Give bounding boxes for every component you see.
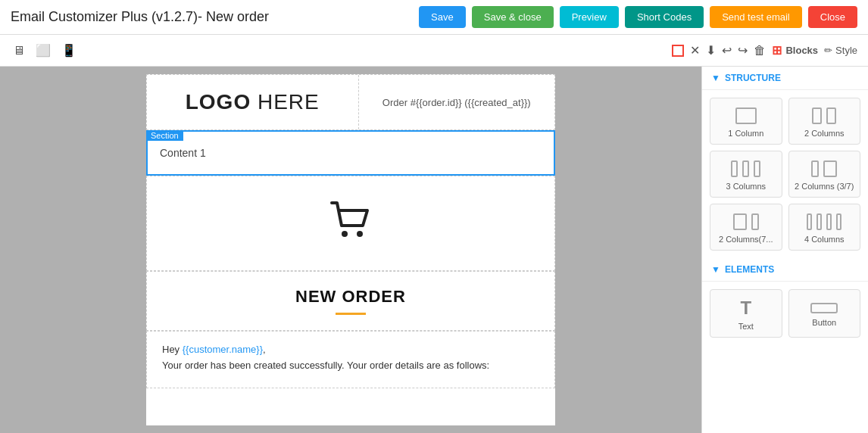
logo-cell[interactable]: LOGO HERE [147,75,359,129]
button-element-label: Button [812,318,836,327]
body-text: Your order has been created successfully… [162,360,539,371]
content-text: Content 1 [160,147,206,159]
save-button[interactable]: Save [419,6,466,28]
toolbar: 🖥 ⬜ 📱 ✕ ⬇ ↩ ↪ 🗑 ⊞ Blocks ✏ Style [0,35,868,67]
button-rect-icon [810,303,838,313]
three-columns-block[interactable]: 3 Columns [710,151,782,198]
blocks-label: Blocks [785,45,818,56]
toolbar-right: ✕ ⬇ ↩ ↪ 🗑 ⊞ Blocks ✏ Style [672,43,857,58]
email-header: LOGO HERE Order #{{order.id}} ({{created… [146,74,555,130]
new-order-underline [336,313,366,315]
svg-point-0 [342,231,348,237]
two-columns-block[interactable]: 2 Columns [788,98,861,145]
structure-section-header[interactable]: ▼ STRUCTURE [702,67,868,90]
two-columns-7-block[interactable]: 2 Columns(7... [710,204,782,251]
order-cell[interactable]: Order #{{order.id}} ({{created_at}}) [359,75,555,129]
email-wrapper: LOGO HERE Order #{{order.id}} ({{created… [146,74,555,425]
structure-label: STRUCTURE [725,73,781,83]
text-element-block[interactable]: T Text [710,289,782,338]
two-columns-37-block[interactable]: 2 Columns (3/7) [788,151,861,198]
short-codes-button[interactable]: Short Codes [625,6,704,28]
email-text-section[interactable]: Hey {{customer.name}}, Your order has be… [146,331,555,388]
two-columns-37-icon [811,160,837,177]
redo-icon[interactable]: ↪ [738,43,748,58]
structure-grid: 1 Column 2 Columns [702,90,868,258]
mobile-icon[interactable]: 📱 [59,41,79,60]
text-element-label: Text [738,322,754,331]
button-element-block[interactable]: Button [788,289,861,338]
cart-icon [328,199,373,248]
new-order-title: NEW ORDER [162,287,539,307]
save-close-button[interactable]: Save & close [472,6,554,28]
canvas[interactable]: LOGO HERE Order #{{order.id}} ({{created… [0,67,701,433]
logo-text: LOGO HERE [186,90,320,114]
section-label[interactable]: Section [146,130,183,141]
three-columns-icon [731,160,760,177]
one-column-icon [735,107,757,124]
two-columns-label: 2 Columns [804,129,845,138]
undo-icon[interactable]: ↩ [722,43,732,58]
one-column-block[interactable]: 1 Column [710,98,782,145]
download-icon[interactable]: ⬇ [706,43,716,58]
four-columns-icon [807,213,841,230]
style-label: Style [835,45,857,56]
hey-text: Hey {{customer.name}}, [162,344,539,355]
main-area: LOGO HERE Order #{{order.id}} ({{created… [0,67,868,433]
two-columns-7-label: 2 Columns(7... [719,235,773,244]
top-bar-actions: Save Save & close Preview Short Codes Se… [419,6,857,28]
elements-label: ELEMENTS [725,264,774,275]
new-order-section[interactable]: NEW ORDER [146,271,555,331]
structure-chevron-icon: ▼ [711,73,720,83]
move-icon[interactable]: ✕ [690,43,700,58]
content-section[interactable]: Content 1 [146,130,555,176]
desktop-icon[interactable]: 🖥 [11,42,27,60]
delete-icon[interactable]: 🗑 [754,44,766,58]
cart-section[interactable] [146,176,555,271]
three-columns-label: 3 Columns [726,182,766,191]
close-button[interactable]: Close [808,6,857,28]
pencil-icon: ✏ [824,45,832,56]
style-tab[interactable]: ✏ Style [824,45,857,56]
blocks-grid-icon: ⊞ [772,43,782,58]
four-columns-label: 4 Columns [804,235,845,244]
svg-point-1 [357,231,363,237]
toolbar-left: 🖥 ⬜ 📱 [11,41,667,60]
top-bar: Email Customizer Plus (v1.2.7)- New orde… [0,0,868,35]
preview-button[interactable]: Preview [560,6,619,28]
blocks-tab[interactable]: ⊞ Blocks [772,43,818,58]
right-panel: ▼ STRUCTURE 1 Column 2 Columns [701,67,868,433]
page-title: Email Customizer Plus (v1.2.7)- New orde… [11,9,419,25]
send-test-button[interactable]: Send test email [710,6,802,28]
order-placeholder-text: Order #{{order.id}} ({{created_at}}) [382,97,531,108]
elements-chevron-icon: ▼ [711,264,720,275]
text-T-icon: T [740,299,751,317]
select-box-icon[interactable] [672,45,684,57]
logo-bold: LOGO [186,90,251,114]
elements-grid: T Text Button [702,282,868,345]
customer-name-placeholder: {{customer.name}} [183,344,263,355]
two-columns-37-label: 2 Columns (3/7) [795,182,854,191]
four-columns-block[interactable]: 4 Columns [788,204,861,251]
two-columns-icon [812,107,836,124]
elements-section-header[interactable]: ▼ ELEMENTS [702,258,868,282]
section-label-wrap: Section Content 1 [146,130,555,176]
logo-normal: HERE [251,90,320,114]
two-columns-7-icon [733,213,759,230]
tablet-icon[interactable]: ⬜ [33,41,53,60]
one-column-label: 1 Column [728,129,763,138]
